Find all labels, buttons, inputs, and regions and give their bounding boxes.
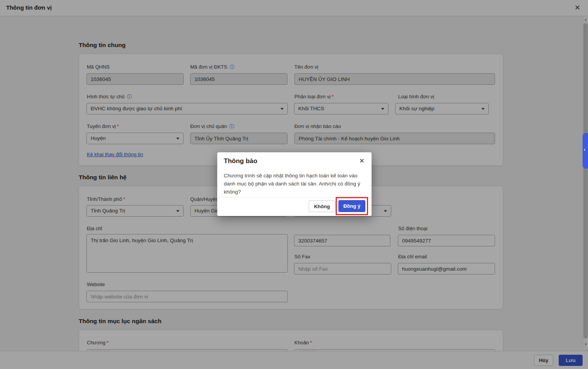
confirmation-modal: Thông báo ✕ Chương trình sẽ cập nhật thô… bbox=[217, 152, 372, 216]
highlight-box bbox=[336, 197, 368, 215]
no-button[interactable]: Không bbox=[309, 201, 335, 212]
unit-info-dialog: Thông tin đơn vị ✕ Thông tin chung Mã QH… bbox=[0, 0, 588, 369]
modal-close-icon[interactable]: ✕ bbox=[359, 157, 365, 165]
modal-message: Chương trình sẽ cập nhật thông tin hạch … bbox=[224, 172, 366, 196]
side-panel-toggle[interactable]: ‹ bbox=[583, 133, 588, 168]
collapse-chevron-icon: ‹ bbox=[584, 147, 585, 152]
modal-title: Thông báo bbox=[224, 157, 257, 165]
